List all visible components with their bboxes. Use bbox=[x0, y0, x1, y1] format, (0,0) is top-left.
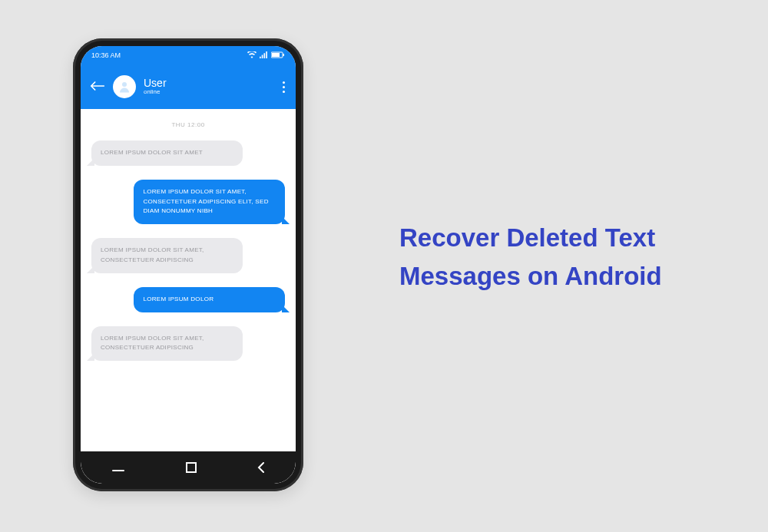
message-bubble-out[interactable]: LOREM IPSUM DOLOR bbox=[134, 287, 285, 312]
user-name: User bbox=[144, 78, 167, 89]
nav-back-icon[interactable] bbox=[257, 462, 265, 473]
svg-rect-4 bbox=[112, 470, 124, 471]
svg-point-3 bbox=[122, 82, 127, 87]
page-headline: Recover Deleted Text Messages on Android bbox=[399, 219, 730, 295]
message-bubble-in[interactable]: LOREM IPSUM DOLOR SIT AMET, CONSECTETUER… bbox=[91, 326, 243, 362]
user-info: User online bbox=[144, 78, 167, 96]
status-bar: 10:36 AM bbox=[81, 46, 296, 64]
android-nav-bar bbox=[81, 451, 296, 484]
user-status: online bbox=[144, 89, 167, 96]
chat-body: THU 12:00 LOREM IPSUM DOLOR SIT AMET LOR… bbox=[81, 109, 296, 451]
kebab-menu-icon[interactable] bbox=[283, 81, 285, 93]
message-bubble-in[interactable]: LOREM IPSUM DOLOR SIT AMET, CONSECTETUER… bbox=[91, 238, 243, 273]
back-arrow-icon[interactable] bbox=[90, 79, 105, 95]
avatar[interactable] bbox=[113, 75, 136, 98]
status-time: 10:36 AM bbox=[91, 51, 121, 59]
svg-rect-2 bbox=[283, 54, 285, 56]
date-separator: THU 12:00 bbox=[91, 121, 285, 128]
wifi-icon bbox=[247, 51, 257, 60]
chat-header: User online bbox=[81, 64, 296, 109]
phone-frame: 10:36 AM bbox=[73, 38, 303, 491]
svg-rect-1 bbox=[272, 53, 280, 57]
phone-screen: 10:36 AM bbox=[81, 46, 296, 484]
svg-rect-5 bbox=[187, 463, 196, 472]
message-bubble-in[interactable]: LOREM IPSUM DOLOR SIT AMET bbox=[91, 140, 243, 166]
nav-recent-icon[interactable] bbox=[111, 463, 125, 472]
phone-mockup: 10:36 AM bbox=[73, 38, 303, 491]
page-container: 10:36 AM bbox=[0, 0, 768, 532]
message-bubble-out[interactable]: LOREM IPSUM DOLOR SIT AMET, CONSECTETUER… bbox=[134, 180, 285, 224]
nav-home-icon[interactable] bbox=[186, 462, 197, 473]
battery-icon bbox=[271, 51, 285, 60]
signal-icon bbox=[260, 51, 268, 60]
status-icons bbox=[247, 51, 285, 60]
